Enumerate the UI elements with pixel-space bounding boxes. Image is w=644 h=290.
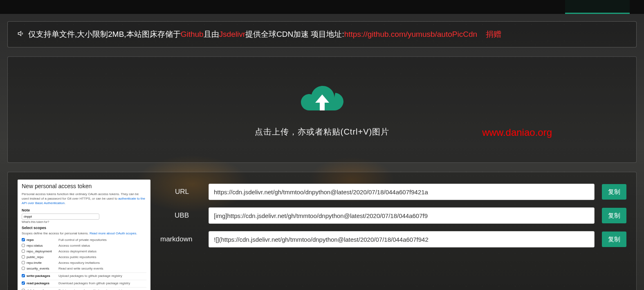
scope-checkbox[interactable]: [22, 244, 25, 247]
output-input-ubb[interactable]: [209, 207, 595, 224]
scope-checkbox[interactable]: [22, 261, 25, 264]
output-row-ubb: UBB复制: [160, 207, 626, 224]
project-url-link[interactable]: https://github.com/yumusb/autoPicCdn: [344, 30, 477, 38]
scope-name: repo: [27, 238, 58, 242]
token-desc: Personal access tokens function like ord…: [22, 192, 146, 206]
scope-name: public_repo: [27, 255, 58, 259]
scope-desc: Access commit status: [58, 244, 90, 248]
output-section: URL复制UBB复制markdown复制: [160, 180, 626, 290]
output-row-markdown: markdown复制: [160, 231, 626, 247]
scope-desc: Full control of private repositories: [58, 238, 107, 242]
note-hint: What's this token for?: [22, 220, 146, 223]
donate-link[interactable]: 捐赠: [486, 30, 501, 38]
scope-desc: Access deployment status: [58, 250, 96, 254]
scope-desc: Upload packages to github package regist…: [58, 274, 122, 278]
scopes-link[interactable]: Read more about OAuth scopes.: [90, 232, 137, 235]
upload-hint-text: 点击上传，亦或者粘贴(Ctrl+V)图片: [255, 126, 389, 137]
scope-row: delete:packagesDelete packages from gith…: [22, 287, 146, 290]
scope-row: security_eventsRead and write security e…: [22, 266, 146, 272]
scope-checkbox[interactable]: [22, 238, 25, 241]
notice-text: 仅支持单文件,大小限制2MB,本站图床存储于Github且由Jsdelivr提供…: [28, 29, 501, 40]
scope-name: repo_deployment: [27, 250, 58, 254]
note-input[interactable]: [22, 214, 99, 220]
scope-row: repo:statusAccess commit status: [22, 243, 146, 249]
scope-checkbox[interactable]: [22, 250, 25, 253]
upload-dropzone[interactable]: 点击上传，亦或者粘贴(Ctrl+V)图片: [7, 56, 637, 163]
cloud-upload-icon: [300, 82, 345, 121]
output-label: UBB: [160, 211, 201, 220]
scope-row: read:packagesDownload packages from gith…: [22, 280, 146, 286]
jsdelivr-link[interactable]: Jsdelivr: [219, 30, 245, 38]
github-token-screenshot: New personal access token Personal acces…: [18, 180, 150, 290]
token-title: New personal access token: [22, 183, 146, 189]
output-input-markdown[interactable]: [209, 231, 595, 247]
scope-desc: Access public repositories: [58, 255, 96, 259]
scope-checkbox[interactable]: [22, 274, 25, 277]
scope-name: security_events: [27, 267, 58, 271]
scope-row: repoFull control of private repositories: [22, 237, 146, 243]
scopes-label: Select scopes: [22, 226, 146, 230]
copy-button-ubb[interactable]: 复制: [602, 208, 626, 223]
sound-icon: [18, 30, 25, 39]
scope-checkbox[interactable]: [22, 267, 25, 270]
watermark-text: www.daniao.org: [482, 127, 552, 138]
scope-name: repo:invite: [27, 261, 58, 265]
scope-row: repo:inviteAccess repository invitations: [22, 260, 146, 266]
scopes-desc: Scopes define the access for personal to…: [22, 231, 146, 236]
scope-checkbox[interactable]: [22, 281, 25, 285]
active-tab-indicator[interactable]: [565, 0, 630, 14]
output-input-url[interactable]: [209, 184, 595, 200]
copy-button-url[interactable]: 复制: [602, 184, 626, 200]
scope-checkbox[interactable]: [22, 255, 25, 259]
scope-name: repo:status: [27, 244, 58, 248]
output-label: URL: [160, 188, 201, 196]
scope-desc: Read and write security events: [58, 267, 103, 271]
note-label: Note: [22, 208, 146, 212]
notice-banner: 仅支持单文件,大小限制2MB,本站图床存储于Github且由Jsdelivr提供…: [7, 21, 637, 47]
scope-row: repo_deploymentAccess deployment status: [22, 249, 146, 254]
output-row-url: URL复制: [160, 184, 626, 200]
scope-name: write:packages: [27, 274, 58, 278]
copy-button-markdown[interactable]: 复制: [602, 232, 626, 247]
top-bar: [0, 0, 644, 14]
scope-desc: Download packages from github package re…: [58, 281, 130, 286]
result-panel: New personal access token Personal acces…: [7, 172, 637, 290]
scope-row: public_repoAccess public repositories: [22, 254, 146, 260]
scope-name: read:packages: [27, 281, 58, 286]
output-label: markdown: [160, 235, 201, 243]
scope-desc: Access repository invitations: [58, 261, 100, 265]
scope-row: write:packagesUpload packages to github …: [22, 272, 146, 279]
github-link[interactable]: Github: [181, 30, 204, 38]
